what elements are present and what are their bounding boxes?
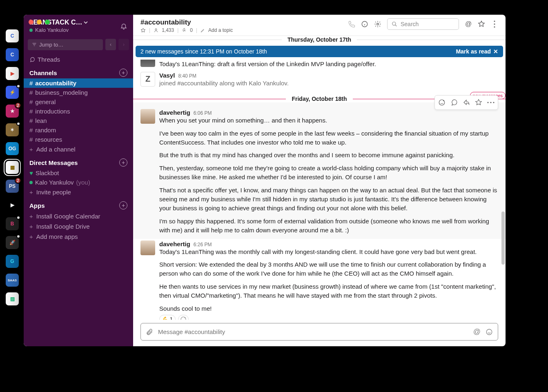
heart-icon: ♥ xyxy=(29,169,33,176)
app-item[interactable]: +Install Google Calendar xyxy=(24,211,133,221)
mention-icon[interactable]: @ xyxy=(473,327,481,336)
channel-header: #accountability | 1,433 | 0 | Add a topi… xyxy=(133,15,506,36)
plus-icon: + xyxy=(29,213,33,220)
workspace-icon[interactable]: ▦ xyxy=(6,161,19,174)
close-dot xyxy=(29,20,33,24)
message-time: 6:26 PM xyxy=(194,242,212,247)
message-time: 6:06 PM xyxy=(194,110,212,116)
workspace-icon[interactable]: ✶ xyxy=(6,123,19,136)
channel-item[interactable]: #resources xyxy=(24,135,133,144)
workspace-icon[interactable]: PS2 xyxy=(6,180,19,193)
svg-point-9 xyxy=(490,102,491,103)
star-icon[interactable] xyxy=(478,20,485,28)
channel-item[interactable]: #introductions xyxy=(24,107,133,116)
more-icon[interactable] xyxy=(491,20,498,28)
workspace-icon[interactable]: ▨ xyxy=(6,292,19,305)
more-actions-button[interactable] xyxy=(485,96,497,109)
unread-dot-icon xyxy=(16,84,20,88)
workspace-icon[interactable]: G xyxy=(6,255,19,268)
save-button[interactable] xyxy=(472,96,485,109)
star-icon[interactable] xyxy=(140,28,146,33)
workspace-icon[interactable]: C xyxy=(6,29,19,42)
channel-title[interactable]: #accountability xyxy=(140,18,233,27)
bell-icon[interactable] xyxy=(120,22,127,30)
dm-item[interactable]: ♥Slackbot xyxy=(24,168,133,178)
history-back-button[interactable]: ‹ xyxy=(105,39,116,50)
avatar[interactable] xyxy=(140,60,155,67)
workspace-user: Kalo Yankulov xyxy=(29,27,88,33)
mark-as-read-button[interactable]: Mark as read ✕ xyxy=(456,48,498,55)
threads-link[interactable]: Threads xyxy=(24,54,133,65)
search-input[interactable]: Search xyxy=(387,18,459,30)
window-traffic-lights[interactable] xyxy=(29,20,50,24)
emoji-icon[interactable] xyxy=(486,328,493,336)
workspace-icon[interactable]: C xyxy=(6,48,19,61)
add-app-icon[interactable]: + xyxy=(119,201,127,209)
plus-icon: + xyxy=(29,233,33,240)
start-thread-button[interactable] xyxy=(448,96,460,109)
reaction-chip[interactable]: 💪1 xyxy=(159,315,176,320)
presence-dot-icon xyxy=(29,181,33,184)
mentions-icon[interactable]: @ xyxy=(465,20,472,28)
new-messages-banner[interactable]: 2 new messages since 12:31 PM on October… xyxy=(136,46,503,57)
app-item[interactable]: +Install Google Drive xyxy=(24,221,133,232)
add-channel-icon[interactable]: + xyxy=(119,69,127,77)
message-text: joined #accountability along with Kalo Y… xyxy=(159,79,498,88)
jump-to-input[interactable]: Jump to… xyxy=(28,39,103,50)
workspace-icon[interactable]: OG xyxy=(6,142,19,155)
close-icon[interactable]: ✕ xyxy=(493,48,498,55)
channel-item[interactable]: #lean xyxy=(24,116,133,125)
workspace-header[interactable]: LEANSTACK C… Kalo Yankulov xyxy=(24,15,133,37)
attachment-icon[interactable] xyxy=(146,328,153,336)
phone-icon[interactable] xyxy=(348,20,355,28)
workspace-icon[interactable]: ★2 xyxy=(6,105,19,118)
workspace-icon[interactable]: ▶ xyxy=(6,198,19,212)
history-forward-button[interactable]: › xyxy=(118,39,129,50)
apps-header[interactable]: Apps + xyxy=(24,197,133,211)
unread-dot-icon xyxy=(16,216,20,220)
jump-to-row: Jump to… ‹ › xyxy=(28,39,129,50)
info-icon[interactable] xyxy=(361,20,368,28)
channels-header[interactable]: Channels + xyxy=(24,65,133,78)
avatar[interactable] xyxy=(140,241,155,255)
message-composer[interactable]: @ xyxy=(140,323,498,341)
add-topic-link[interactable]: Add a topic xyxy=(208,27,233,33)
message-author[interactable]: davehertig xyxy=(159,241,190,247)
channel-item[interactable]: #random xyxy=(24,125,133,135)
new-dm-icon[interactable]: + xyxy=(119,158,127,167)
hash-icon: # xyxy=(29,89,33,96)
workspace-icon[interactable]: 🚀 xyxy=(6,236,19,249)
composer-input[interactable] xyxy=(158,328,468,335)
workspace-icon[interactable]: ▶ xyxy=(6,67,19,80)
app-item[interactable]: +Add more apps xyxy=(24,232,133,242)
avatar[interactable]: Z xyxy=(140,72,155,87)
avatar[interactable] xyxy=(140,109,155,124)
add-channel-link[interactable]: + Add a channel xyxy=(24,144,133,154)
scrollbar-thumb[interactable] xyxy=(501,212,505,265)
channel-item[interactable]: #general xyxy=(24,97,133,107)
dm-item[interactable]: Kalo Yankulov (you) xyxy=(24,178,133,187)
dm-header[interactable]: Direct Messages + xyxy=(24,154,133,168)
presence-dot-icon xyxy=(29,29,33,32)
workspace-icon[interactable]: SAAS xyxy=(6,274,19,287)
message-list[interactable]: Thursday, October 17th 2 new messages si… xyxy=(133,36,506,320)
add-reaction-button[interactable] xyxy=(436,96,448,109)
channel-meta: | 1,433 | 0 | Add a topic xyxy=(140,27,233,33)
message-author[interactable]: davehertig xyxy=(159,109,190,116)
message-text: Today's 1LeanThing was the monthly call … xyxy=(159,247,498,313)
add-reaction-button[interactable] xyxy=(178,315,189,320)
invite-people-link[interactable]: + Invite people xyxy=(24,187,133,197)
gear-icon[interactable] xyxy=(374,20,381,28)
svg-point-5 xyxy=(494,23,495,24)
hash-icon: # xyxy=(29,80,33,87)
channel-item[interactable]: #business_modeling xyxy=(24,88,133,97)
share-button[interactable] xyxy=(460,96,472,109)
hash-icon: # xyxy=(29,136,33,143)
channel-item[interactable]: #accountability xyxy=(24,78,133,88)
header-actions: Search @ xyxy=(348,18,498,30)
plus-icon: + xyxy=(29,223,33,230)
workspace-icon[interactable]: B xyxy=(6,217,19,230)
workspace-icon[interactable]: ⚡ xyxy=(6,86,19,99)
message-author[interactable]: Vasyl xyxy=(159,72,175,79)
hash-icon: # xyxy=(29,98,33,105)
